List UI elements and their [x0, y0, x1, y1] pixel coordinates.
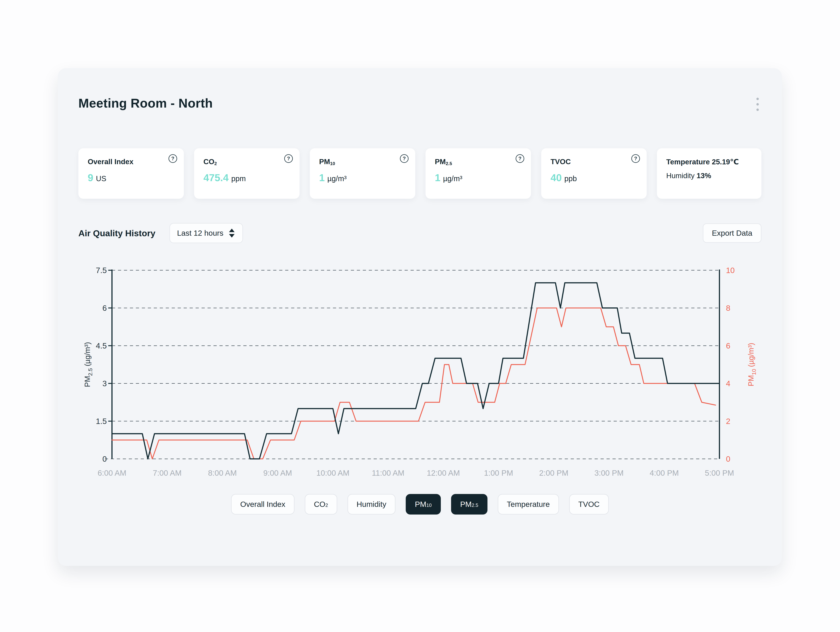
legend-chip-co2[interactable]: CO2 [305, 494, 337, 515]
y-tick-label-right: 6 [726, 341, 730, 350]
x-axis-tick-labels: 6:00 AM7:00 AM8:00 AM9:00 AM10:00 AM11:0… [98, 469, 734, 477]
x-tick-label: 5:00 PM [705, 469, 734, 477]
time-range-value: Last 12 hours [177, 229, 223, 238]
x-tick-label: 10:00 AM [316, 469, 349, 477]
x-tick-label: 4:00 PM [650, 469, 679, 477]
humidity-reading: Humidity 13% [666, 172, 753, 180]
y-tick-label-left: 3 [103, 379, 107, 388]
y-tick-label-left: 4.5 [96, 341, 107, 350]
legend-chip-pm10[interactable]: PM10 [406, 494, 441, 515]
legend-chip-overall-index[interactable]: Overall Index [231, 494, 295, 515]
history-section-header: Air Quality History Last 12 hours Export… [78, 223, 761, 243]
metric-card-pm10: PM10 1 µg/m³ ? [310, 148, 415, 199]
metric-value: 40 [551, 172, 562, 184]
legend-row: Overall Index CO2 Humidity PM10 PM2.5 Te… [78, 494, 761, 515]
kebab-dot [756, 98, 759, 100]
metrics-row: Overall Index 9 US ? CO2 475.4 ppm ? PM1… [78, 148, 761, 199]
metric-value-row: 475.4 ppm [204, 172, 291, 184]
metric-unit: ppm [231, 174, 246, 183]
metric-value: 1 [319, 172, 325, 184]
series-lines [112, 283, 720, 459]
y-tick-label-right: 4 [726, 379, 730, 388]
metric-label: Overall Index [88, 158, 175, 166]
help-icon[interactable]: ? [516, 154, 524, 163]
metric-label: PM10 [319, 158, 407, 166]
grid-layer [105, 270, 720, 459]
temperature-reading: Temperature 25.19℃ [666, 158, 753, 166]
air-quality-chart: 01.534.567.5 0246810 6:00 AM7:00 AM8:00 … [78, 253, 761, 480]
chart-area: 01.534.567.5 0246810 6:00 AM7:00 AM8:00 … [78, 253, 761, 480]
x-tick-label: 6:00 AM [98, 469, 126, 477]
time-range-select[interactable]: Last 12 hours [169, 223, 243, 243]
kebab-dot [756, 109, 759, 111]
left-axis-title: PM2.5(µg/m³) [83, 342, 93, 387]
help-icon[interactable]: ? [400, 154, 409, 163]
metric-value: 1 [435, 172, 441, 184]
metric-label: TVOC [551, 158, 638, 166]
metric-card-environment: Temperature 25.19℃ Humidity 13% [657, 148, 761, 199]
help-icon[interactable]: ? [284, 154, 293, 163]
metric-card-tvoc: TVOC 40 ppb ? [541, 148, 647, 199]
metric-value-row: 9 US [88, 172, 175, 184]
metric-value: 9 [88, 172, 93, 184]
y-tick-label-left: 6 [103, 304, 107, 312]
legend-chip-temperature[interactable]: Temperature [498, 494, 559, 515]
sort-arrows-icon [228, 228, 235, 238]
x-tick-label: 2:00 PM [539, 469, 568, 477]
x-tick-label: 8:00 AM [208, 469, 237, 477]
room-dashboard-card: Meeting Room - North Overall Index 9 US … [58, 68, 782, 566]
metric-card-overall-index: Overall Index 9 US ? [78, 148, 184, 199]
x-tick-label: 9:00 AM [263, 469, 292, 477]
metric-value-row: 1 µg/m³ [319, 172, 407, 184]
y-tick-label-left: 7.5 [96, 266, 107, 275]
right-axis-title: PM10(µg/m³) [747, 343, 757, 386]
metric-value-row: 1 µg/m³ [435, 172, 523, 184]
legend-chip-tvoc[interactable]: TVOC [569, 494, 609, 515]
help-icon[interactable]: ? [632, 154, 640, 163]
kebab-dot [756, 103, 759, 106]
metric-unit: µg/m³ [327, 174, 347, 183]
legend-chip-pm25[interactable]: PM2.5 [451, 494, 488, 515]
x-tick-label: 7:00 AM [153, 469, 182, 477]
metric-card-co2: CO2 475.4 ppm ? [194, 148, 300, 199]
y-tick-label-left: 1.5 [96, 417, 107, 426]
metric-unit: ppb [564, 174, 577, 183]
metric-value-row: 40 ppb [551, 172, 638, 184]
metric-card-pm25: PM2.5 1 µg/m³ ? [425, 148, 531, 199]
page-title: Meeting Room - North [78, 96, 213, 110]
help-icon[interactable]: ? [169, 154, 177, 163]
left-axis-tick-labels: 01.534.567.5 [96, 266, 107, 463]
y-tick-label-right: 8 [726, 304, 730, 312]
x-tick-label: 3:00 PM [594, 469, 624, 477]
series-line-pm2.5 [112, 283, 720, 459]
x-tick-label: 1:00 PM [484, 469, 513, 477]
page-background: Meeting Room - North Overall Index 9 US … [0, 0, 840, 632]
more-options-button[interactable] [754, 96, 761, 113]
metric-label: PM2.5 [435, 158, 523, 166]
right-axis-tick-labels: 0246810 [726, 266, 735, 463]
x-tick-label: 12:00 AM [427, 469, 460, 477]
x-tick-label: 11:00 AM [372, 469, 404, 477]
y-tick-label-right: 10 [726, 266, 735, 275]
y-tick-label-left: 0 [103, 455, 107, 463]
y-tick-label-right: 0 [726, 455, 730, 463]
metric-value: 475.4 [204, 172, 229, 184]
section-title: Air Quality History [78, 228, 155, 238]
card-header: Meeting Room - North [78, 96, 761, 113]
metric-unit: US [96, 174, 106, 183]
export-data-button[interactable]: Export Data [703, 223, 762, 243]
metric-label: CO2 [204, 158, 291, 166]
y-tick-label-right: 2 [726, 417, 730, 426]
legend-chip-humidity[interactable]: Humidity [347, 494, 395, 515]
metric-unit: µg/m³ [443, 174, 462, 183]
